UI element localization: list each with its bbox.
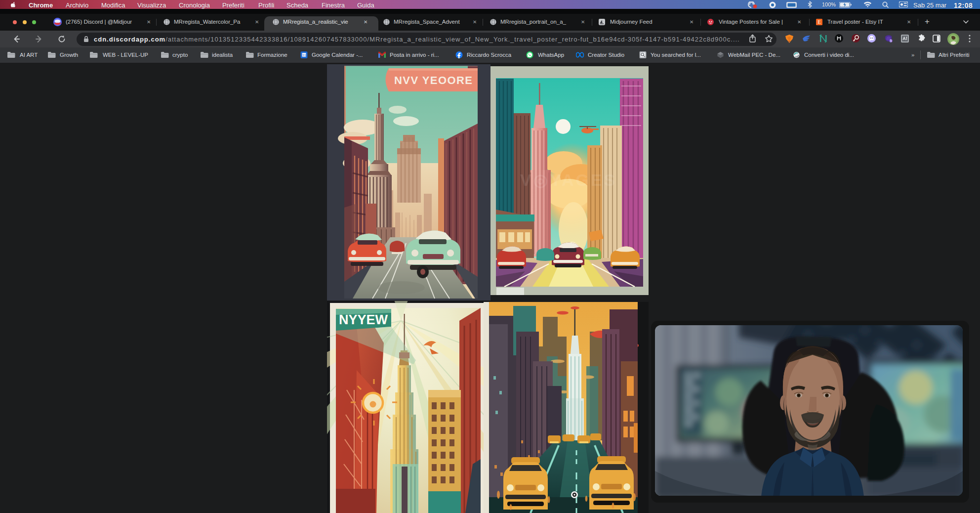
svg-text:NYYEW: NYYEW (339, 312, 388, 327)
svg-text:5: 5 (890, 39, 892, 43)
svg-text:31: 31 (302, 53, 306, 57)
svg-text:E: E (817, 19, 820, 25)
svg-text:NVV YEOORE: NVV YEOORE (394, 74, 473, 86)
svg-text:V◎YAGES: V◎YAGES (520, 171, 617, 189)
